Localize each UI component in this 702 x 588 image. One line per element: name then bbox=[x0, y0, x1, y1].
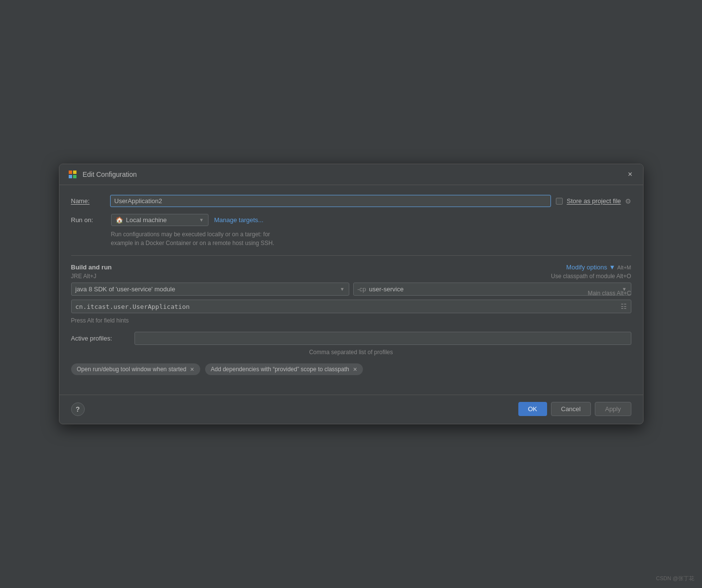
run-on-info-text: Run configurations may be executed local… bbox=[111, 230, 631, 247]
jre-wrapper: JRE Alt+J java 8 SDK of 'user-service' m… bbox=[71, 283, 349, 296]
jre-dropdown-arrow-icon: ▼ bbox=[340, 286, 345, 292]
tag-0-label: Open run/debug tool window when started bbox=[77, 366, 187, 373]
tag-0-close-icon[interactable]: × bbox=[190, 366, 194, 373]
dropdown-arrow-icon: ▼ bbox=[199, 217, 204, 223]
store-project-row: Store as project file ⚙ bbox=[556, 197, 631, 205]
jre-value: java 8 SDK of 'user-service' module bbox=[76, 285, 175, 293]
main-class-input[interactable]: cn.itcast.user.UserApplication ☷ bbox=[71, 300, 631, 313]
tag-0: Open run/debug tool window when started … bbox=[71, 363, 200, 375]
modify-options-button[interactable]: Modify options ▼ Alt+M bbox=[566, 264, 631, 271]
jre-dropdown[interactable]: java 8 SDK of 'user-service' module ▼ bbox=[71, 283, 349, 296]
jre-label: JRE Alt+J bbox=[71, 273, 96, 280]
tag-1-close-icon[interactable]: × bbox=[353, 366, 357, 373]
modify-options-label: Modify options bbox=[566, 264, 607, 271]
run-on-row: Run on: 🏠 Local machine ▼ Manage targets… bbox=[71, 214, 631, 226]
main-class-row: Main class Alt+C cn.itcast.user.UserAppl… bbox=[71, 300, 631, 313]
store-project-label: Store as project file bbox=[567, 197, 621, 205]
main-class-value: cn.itcast.user.UserApplication bbox=[76, 303, 190, 310]
cp-prefix: -cp bbox=[358, 285, 366, 293]
dialog-body: Name: Store as project file ⚙ Run on: 🏠 … bbox=[59, 185, 643, 395]
footer-left: ? bbox=[71, 402, 85, 416]
name-input[interactable] bbox=[110, 195, 551, 207]
cancel-button[interactable]: Cancel bbox=[551, 402, 591, 416]
close-button[interactable]: × bbox=[626, 170, 635, 179]
tags-row: Open run/debug tool window when started … bbox=[71, 363, 631, 375]
footer-right: OK Cancel Apply bbox=[518, 402, 631, 416]
title-bar: Edit Configuration × bbox=[59, 164, 643, 185]
svg-rect-3 bbox=[73, 175, 76, 178]
press-alt-hint: Press Alt for field hints bbox=[71, 317, 631, 324]
dialog-title: Edit Configuration bbox=[83, 171, 621, 178]
name-row: Name: Store as project file ⚙ bbox=[71, 195, 631, 207]
classpath-label: Use classpath of module Alt+O bbox=[551, 273, 631, 280]
active-profiles-row: Active profiles: bbox=[71, 332, 631, 345]
build-run-header: Build and run Modify options ▼ Alt+M bbox=[71, 264, 631, 271]
dialog-footer: ? OK Cancel Apply bbox=[59, 395, 643, 424]
active-profiles-input[interactable] bbox=[134, 332, 631, 345]
ok-button[interactable]: OK bbox=[518, 402, 547, 416]
gear-icon[interactable]: ⚙ bbox=[625, 197, 631, 205]
store-project-checkbox[interactable] bbox=[556, 198, 563, 205]
svg-rect-0 bbox=[69, 171, 72, 174]
home-icon: 🏠 bbox=[115, 216, 123, 224]
manage-targets-link[interactable]: Manage targets... bbox=[214, 216, 264, 224]
modify-shortcut: Alt+M bbox=[617, 265, 631, 270]
apply-button[interactable]: Apply bbox=[595, 402, 631, 416]
run-on-value: Local machine bbox=[126, 216, 167, 224]
main-class-label: Main class Alt+C bbox=[588, 290, 631, 297]
section-divider bbox=[71, 255, 631, 256]
name-label: Name: bbox=[71, 197, 105, 205]
app-icon bbox=[67, 169, 78, 180]
active-profiles-label: Active profiles: bbox=[71, 335, 130, 342]
run-on-label: Run on: bbox=[71, 216, 105, 224]
edit-configuration-dialog: Edit Configuration × Name: Store as proj… bbox=[59, 164, 644, 424]
svg-rect-1 bbox=[73, 171, 76, 174]
watermark: CSDN @张丁花 bbox=[656, 575, 694, 582]
tag-1: Add dependencies with “provided” scope t… bbox=[205, 363, 363, 375]
run-on-dropdown[interactable]: 🏠 Local machine ▼ bbox=[111, 214, 209, 226]
modify-options-chevron-icon: ▼ bbox=[609, 264, 615, 271]
jre-classpath-container: JRE Alt+J java 8 SDK of 'user-service' m… bbox=[71, 283, 631, 296]
classpath-value: user-service bbox=[369, 285, 404, 293]
comma-hint: Comma separated list of profiles bbox=[71, 349, 631, 356]
build-run-title: Build and run bbox=[71, 264, 112, 271]
help-button[interactable]: ? bbox=[71, 402, 85, 416]
tag-1-label: Add dependencies with “provided” scope t… bbox=[211, 366, 349, 373]
svg-rect-2 bbox=[69, 175, 72, 178]
main-class-icon: ☷ bbox=[621, 303, 627, 310]
